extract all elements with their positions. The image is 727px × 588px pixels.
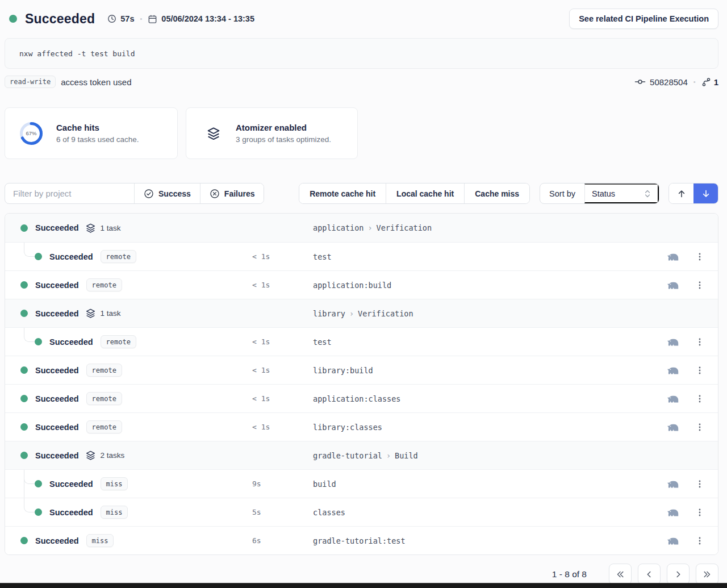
gradle-icon[interactable] xyxy=(666,252,679,261)
task-count: 2 tasks xyxy=(101,451,125,460)
commit-icon xyxy=(634,77,646,86)
task-row[interactable]: Succeeded remote < 1s library:build xyxy=(5,356,718,384)
status-dot xyxy=(20,281,28,289)
sort-descending-button[interactable] xyxy=(693,184,718,203)
row-menu-button[interactable] xyxy=(694,365,705,376)
row-menu-button[interactable] xyxy=(694,507,705,518)
cache-status-badge: remote xyxy=(86,420,122,433)
commit-id[interactable]: 50828504 xyxy=(650,77,688,87)
task-name: library:build xyxy=(313,366,663,375)
gradle-icon[interactable] xyxy=(666,507,679,517)
row-menu-button[interactable] xyxy=(694,336,705,348)
tree-connector xyxy=(24,470,35,484)
run-header: Succeeded 57s • 05/06/2024 13:34 - 13:35… xyxy=(5,8,718,30)
tree-connector xyxy=(24,498,35,512)
run-status-dot xyxy=(9,15,17,23)
task-row[interactable]: Succeeded remote < 1s test xyxy=(5,327,718,356)
sort-ascending-button[interactable] xyxy=(669,184,693,203)
last-page-button[interactable] xyxy=(696,564,718,585)
tree-connector xyxy=(24,243,35,257)
branch-count: 1 xyxy=(714,77,718,87)
task-row[interactable]: Succeeded miss 9s build xyxy=(5,469,718,498)
row-menu-button[interactable] xyxy=(694,478,705,490)
cache-hits-title: Cache hits xyxy=(56,123,139,132)
cache-status-badge: remote xyxy=(101,250,136,263)
task-group-row[interactable]: Succeeded 1 task application›Verificatio… xyxy=(5,214,718,242)
command-box: nxw affected -t test build xyxy=(5,38,718,69)
project-filter-group: Success Failures xyxy=(5,183,264,204)
gradle-icon[interactable] xyxy=(666,422,679,432)
arrow-down-icon xyxy=(701,189,711,198)
task-duration: < 1s xyxy=(252,394,313,403)
cache-status-badge: miss xyxy=(101,506,128,519)
gradle-icon[interactable] xyxy=(666,536,679,545)
cache-status-badge: remote xyxy=(86,278,122,291)
task-name: classes xyxy=(313,508,663,517)
task-name: gradle-tutorial:test xyxy=(313,536,663,545)
gradle-icon[interactable] xyxy=(666,280,679,290)
filter-project-input[interactable] xyxy=(5,184,134,203)
sort-group: Sort by Status xyxy=(540,183,659,204)
atomizer-layers-icon xyxy=(206,126,221,141)
task-duration: < 1s xyxy=(252,281,313,289)
select-chevrons-icon xyxy=(644,189,651,198)
success-filter-button[interactable]: Success xyxy=(134,184,200,203)
related-pipeline-button[interactable]: See related CI Pipeline Execution xyxy=(569,9,718,29)
first-page-button[interactable] xyxy=(609,564,632,585)
status-dot xyxy=(20,423,28,431)
row-menu-button[interactable] xyxy=(694,251,705,262)
cache-status-badge: miss xyxy=(86,534,114,547)
run-duration: 57s xyxy=(107,14,134,23)
task-row[interactable]: Succeeded remote < 1s application:classe… xyxy=(5,384,718,412)
task-duration: 5s xyxy=(252,508,313,516)
next-page-button[interactable] xyxy=(667,564,690,585)
remote-cache-hit-button[interactable]: Remote cache hit xyxy=(299,184,386,203)
task-duration: 6s xyxy=(252,536,313,545)
cache-status-badge: remote xyxy=(101,335,136,348)
x-circle-icon xyxy=(210,189,220,199)
task-duration: < 1s xyxy=(252,423,313,431)
previous-page-button[interactable] xyxy=(638,564,661,585)
separator-dot: • xyxy=(140,15,142,22)
gradle-icon[interactable] xyxy=(666,394,679,403)
run-date-range: 05/06/2024 13:34 - 13:35 xyxy=(148,14,254,24)
gradle-icon[interactable] xyxy=(666,365,679,375)
window-bottom-edge xyxy=(0,583,727,588)
group-target: Verification xyxy=(377,223,432,232)
task-row[interactable]: Succeeded miss 6s gradle-tutorial:test xyxy=(5,526,718,554)
local-cache-hit-button[interactable]: Local cache hit xyxy=(386,184,464,203)
task-row[interactable]: Succeeded remote < 1s library:classes xyxy=(5,412,718,441)
task-list: Succeeded 1 task application›Verificatio… xyxy=(5,213,718,555)
task-row[interactable]: Succeeded remote < 1s application:build xyxy=(5,270,718,299)
sort-select[interactable]: Status xyxy=(584,184,659,203)
cache-hits-ring: 67% xyxy=(19,121,44,146)
tree-connector xyxy=(24,328,35,342)
row-menu-button[interactable] xyxy=(694,422,705,433)
sort-by-label: Sort by xyxy=(540,184,584,203)
check-circle-icon xyxy=(144,189,154,199)
task-row[interactable]: Succeeded miss 5s classes xyxy=(5,498,718,526)
task-group-row[interactable]: Succeeded 1 task library›Verification xyxy=(5,299,718,327)
task-name: build xyxy=(313,479,663,489)
task-row[interactable]: Succeeded remote < 1s test xyxy=(5,242,718,270)
task-name: application:classes xyxy=(313,394,663,403)
row-menu-button[interactable] xyxy=(694,280,705,291)
status-dot xyxy=(20,537,28,544)
gradle-icon[interactable] xyxy=(666,479,679,489)
atomizer-title: Atomizer enabled xyxy=(236,123,331,132)
path-separator: › xyxy=(367,223,372,232)
row-menu-button[interactable] xyxy=(694,393,705,404)
group-project: gradle-tutorial xyxy=(313,451,382,460)
row-menu-button[interactable] xyxy=(694,535,705,547)
pagination: 1 - 8 of 8 xyxy=(5,564,718,585)
cache-miss-button[interactable]: Cache miss xyxy=(464,184,529,203)
gradle-icon[interactable] xyxy=(666,337,679,347)
task-group-row[interactable]: Succeeded 2 tasks gradle-tutorial›Build xyxy=(5,441,718,469)
atomizer-card: Atomizer enabled 3 groups of tasks optim… xyxy=(186,107,358,159)
tree-connector-line xyxy=(24,470,24,498)
task-duration: < 1s xyxy=(252,366,313,374)
task-duration: 9s xyxy=(252,479,313,488)
branch-icon xyxy=(701,77,711,87)
cache-status-badge: remote xyxy=(86,392,122,405)
failures-filter-button[interactable]: Failures xyxy=(200,184,264,203)
